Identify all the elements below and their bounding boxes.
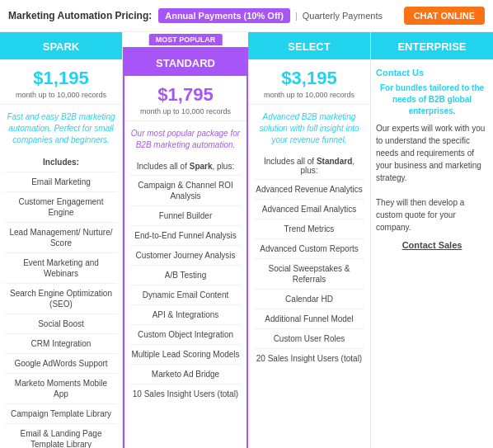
enterprise-contact-title: Contact Us: [376, 68, 488, 78]
select-feature-5: Calendar HD: [253, 290, 365, 309]
select-column: SELECT $3,195 month up to 10,000 records…: [248, 32, 371, 448]
standard-feature-0: Campaign & Channel ROI Analysis: [129, 176, 242, 206]
spark-price: $1,195: [5, 68, 117, 89]
spark-feature-6: Social Boost: [5, 314, 117, 334]
enterprise-column: ENTERPRISE Contact Us For bundles tailor…: [371, 32, 493, 448]
select-feature-2: Trend Metrics: [253, 219, 365, 239]
spark-feature-10: Campaign Template Library: [5, 404, 117, 424]
contact-sales-link[interactable]: Contact Sales: [402, 240, 462, 250]
standard-feature-4: A/B Testing: [129, 266, 242, 285]
annual-payment-btn[interactable]: Annual Payments (10% Off): [158, 8, 290, 23]
pricing-label: Marketing Automation Pricing:: [8, 10, 152, 21]
spark-feature-1: Email Marketing: [5, 172, 117, 192]
quarterly-payment-btn[interactable]: Quarterly Payments: [303, 11, 383, 21]
spark-price-section: $1,195 month up to 10,000 records: [0, 59, 122, 105]
standard-column: MOST POPULAR STANDARD $1,795 month up to…: [123, 47, 248, 448]
spark-feature-3: Lead Management/ Nurture/ Score: [5, 223, 117, 253]
enterprise-body: Our experts will work with you to unders…: [376, 122, 488, 233]
standard-features: Our most popular package for B2B marketi…: [124, 121, 246, 448]
standard-price-sub: month up to 10,000 records: [129, 107, 242, 116]
enterprise-content: Contact Us For bundles tailored to the n…: [371, 59, 493, 257]
select-header: SELECT: [248, 32, 370, 59]
spark-feature-5: Search Engine Optimization (SEO): [5, 284, 117, 314]
standard-feature-5: Dynamic Email Content: [129, 285, 242, 305]
spark-feature-9: Marketo Moments Mobile App: [5, 374, 117, 404]
pricing-table: SPARK $1,195 month up to 10,000 records …: [0, 32, 493, 448]
standard-feature-8: Multiple Lead Scoring Models: [129, 345, 242, 365]
select-intro: Advanced B2B marketing solution with ful…: [253, 111, 365, 146]
select-feature-6: Additional Funnel Model: [253, 309, 365, 329]
standard-price-section: $1,795 month up to 10,000 records: [124, 76, 246, 121]
select-feature-8: 20 Sales Insight Users (total): [253, 349, 365, 368]
select-feature-0: Advanced Revenue Analytics: [253, 180, 365, 200]
select-price: $3,195: [253, 68, 365, 89]
spark-header: SPARK: [0, 32, 122, 59]
enterprise-header: ENTERPRISE: [371, 32, 493, 59]
select-includes-bold: Standard: [317, 157, 352, 166]
standard-feature-7: Custom Object Integration: [129, 325, 242, 345]
select-price-section: $3,195 month up to 10,000 records: [248, 59, 370, 105]
spark-feature-0: Includes:: [5, 153, 117, 172]
enterprise-contact-link-wrapper: Contact Sales: [376, 240, 488, 250]
standard-feature-3: Customer Journey Analysis: [129, 246, 242, 266]
spark-price-sub: month up to 10,000 records: [5, 91, 117, 99]
top-bar: Marketing Automation Pricing: Annual Pay…: [0, 0, 493, 32]
select-feature-4: Social Sweepstakes & Referrals: [253, 259, 365, 290]
standard-header: STANDARD: [124, 49, 246, 76]
standard-feature-1: Funnel Builder: [129, 206, 242, 226]
spark-column: SPARK $1,195 month up to 10,000 records …: [0, 32, 123, 448]
spark-feature-2: Customer Engagement Engine: [5, 192, 117, 223]
divider: |: [295, 11, 298, 21]
select-feature-1: Advanced Email Analytics: [253, 200, 365, 219]
standard-feature-2: End-to-End Funnel Analysis: [129, 226, 242, 246]
payment-toggle: Annual Payments (10% Off) | Quarterly Pa…: [158, 8, 383, 23]
standard-intro: Our most popular package for B2B marketi…: [129, 128, 242, 151]
spark-feature-7: CRM Integration: [5, 334, 117, 354]
spark-feature-4: Event Marketing and Webinars: [5, 253, 117, 284]
spark-intro: Fast and easy B2B marketing automation. …: [5, 111, 117, 146]
standard-feature-10: 10 Sales Insight Users (total): [129, 384, 242, 403]
chat-online-button[interactable]: CHAT ONLINE: [404, 7, 485, 25]
select-feature-7: Custom User Roles: [253, 329, 365, 349]
standard-includes-bold: Spark: [190, 162, 213, 171]
standard-feature-9: Marketo Ad Bridge: [129, 365, 242, 384]
standard-includes: Includes all of Spark, plus:: [129, 158, 242, 176]
standard-price: $1,795: [129, 84, 242, 106]
select-feature-3: Advanced Custom Reports: [253, 239, 365, 259]
spark-feature-8: Google AdWords Support: [5, 354, 117, 374]
enterprise-desc: For bundles tailored to the needs of B2B…: [376, 83, 488, 117]
standard-feature-6: API & Integrations: [129, 305, 242, 325]
most-popular-badge: MOST POPULAR: [149, 34, 223, 45]
spark-feature-11: Email & Landing Page Template Library: [5, 424, 117, 448]
select-includes: Includes all of Standard, plus:: [253, 153, 365, 180]
spark-features: Fast and easy B2B marketing automation. …: [0, 105, 122, 448]
select-price-sub: month up to 10,000 records: [253, 91, 365, 99]
select-features: Advanced B2B marketing solution with ful…: [248, 105, 370, 448]
